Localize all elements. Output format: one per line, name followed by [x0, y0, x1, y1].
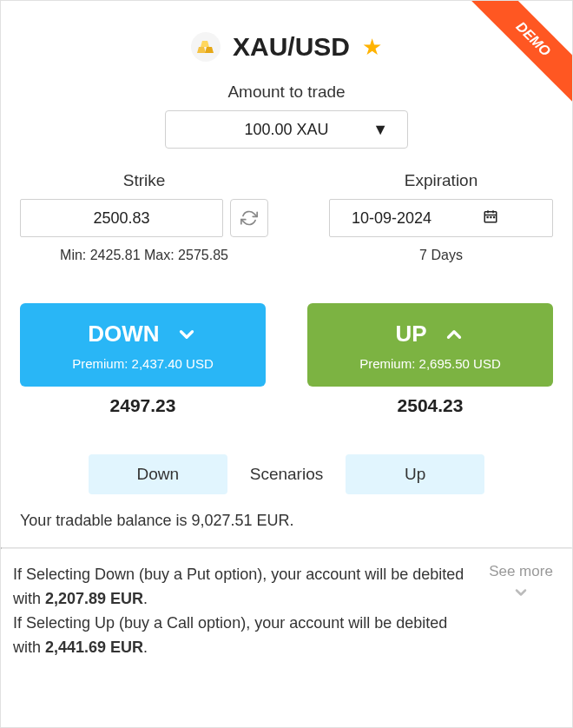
see-more-button[interactable]: See more [482, 563, 560, 660]
strike-input[interactable] [20, 199, 223, 237]
up-bep: 2504.23 [307, 395, 553, 416]
up-button[interactable]: UP Premium: 2,695.50 USD [307, 303, 553, 387]
expiration-duration: 7 Days [329, 248, 553, 263]
pair-title: XAU/USD [233, 32, 350, 62]
strike-range: Min: 2425.81 Max: 2575.85 [20, 248, 268, 263]
expiration-label: Expiration [329, 171, 553, 190]
strike-label: Strike [20, 171, 268, 190]
gold-icon [191, 32, 221, 62]
svg-rect-9 [493, 216, 495, 218]
up-premium: Premium: 2,695.50 USD [316, 356, 544, 371]
calendar-icon [441, 208, 540, 228]
amount-label: Amount to trade [1, 83, 572, 102]
balance-text: Your tradable balance is 9,027.51 EUR. [1, 494, 572, 547]
down-button-label: DOWN [88, 321, 159, 347]
up-button-label: UP [395, 321, 426, 347]
chevron-down-icon [175, 323, 198, 346]
svg-marker-0 [197, 47, 206, 53]
refresh-button[interactable] [230, 199, 268, 237]
refresh-icon [240, 209, 258, 227]
down-button[interactable]: DOWN Premium: 2,437.40 USD [20, 303, 266, 387]
svg-marker-1 [205, 47, 214, 53]
info-text: If Selecting Down (buy a Put option), yo… [13, 563, 473, 660]
expiration-value: 10-09-2024 [342, 209, 441, 228]
down-premium: Premium: 2,437.40 USD [29, 356, 257, 371]
scenario-down-button[interactable]: Down [89, 454, 227, 494]
chevron-up-icon [443, 323, 465, 346]
chevron-down-icon [482, 584, 560, 601]
svg-marker-2 [201, 41, 209, 47]
svg-rect-7 [487, 216, 489, 218]
down-bep: 2497.23 [20, 395, 266, 416]
see-more-label: See more [482, 563, 560, 580]
caret-down-icon: ▼ [372, 121, 388, 139]
amount-value: 100.00 XAU [244, 121, 328, 139]
svg-rect-8 [490, 216, 491, 218]
expiration-input[interactable]: 10-09-2024 [329, 199, 553, 237]
scenario-up-button[interactable]: Up [346, 454, 484, 494]
scenarios-label: Scenarios [227, 465, 346, 484]
info-up-amount: 2,441.69 EUR [45, 639, 143, 656]
amount-select[interactable]: 100.00 XAU ▼ [165, 110, 408, 149]
header: XAU/USD ★ [1, 1, 572, 83]
info-down-amount: 2,207.89 EUR [45, 590, 143, 607]
star-icon[interactable]: ★ [362, 34, 382, 61]
